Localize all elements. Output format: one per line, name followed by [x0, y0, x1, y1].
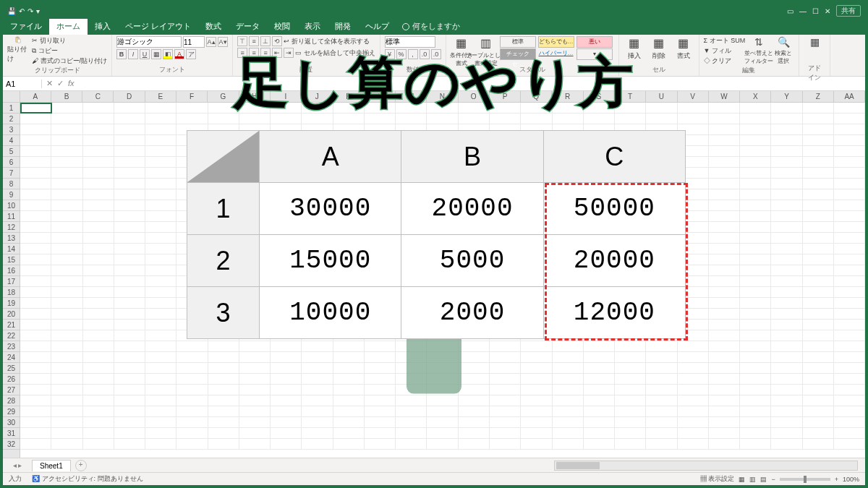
- cell[interactable]: [333, 265, 365, 276]
- cell[interactable]: [553, 363, 584, 374]
- cell-style-bad[interactable]: 悪い: [576, 36, 613, 48]
- row-header[interactable]: 28: [3, 395, 20, 406]
- cell[interactable]: [521, 157, 552, 168]
- cell[interactable]: [490, 254, 521, 265]
- cell[interactable]: [709, 103, 740, 114]
- cell[interactable]: [302, 276, 333, 287]
- cell[interactable]: [803, 189, 834, 200]
- cell[interactable]: [427, 320, 458, 330]
- cell[interactable]: [145, 189, 176, 200]
- cell[interactable]: [803, 309, 834, 320]
- cell[interactable]: [271, 439, 302, 450]
- cell-style-check-cell[interactable]: チェック セ…: [500, 48, 536, 60]
- align-right-button[interactable]: ≡: [260, 48, 271, 58]
- comma-format-button[interactable]: ,: [408, 49, 418, 59]
- cell[interactable]: [678, 103, 709, 114]
- cell[interactable]: [427, 114, 458, 124]
- cell[interactable]: [333, 330, 365, 341]
- cell[interactable]: [427, 276, 458, 287]
- cell[interactable]: [114, 363, 145, 374]
- cell[interactable]: [834, 254, 865, 265]
- cell[interactable]: [114, 103, 145, 114]
- cell[interactable]: [521, 103, 552, 114]
- cell[interactable]: [521, 352, 552, 363]
- italic-button[interactable]: I: [128, 49, 138, 59]
- sort-filter-button[interactable]: ⇅並べ替えと フィルター: [748, 36, 770, 64]
- cell[interactable]: [239, 417, 271, 428]
- cell[interactable]: [771, 417, 802, 428]
- cell[interactable]: [771, 309, 802, 320]
- cell[interactable]: [490, 320, 521, 330]
- cell[interactable]: [803, 233, 834, 244]
- cell[interactable]: [83, 352, 114, 363]
- cell[interactable]: [145, 146, 176, 157]
- cell[interactable]: [803, 320, 834, 330]
- cell[interactable]: [771, 428, 802, 439]
- cell[interactable]: [333, 114, 365, 124]
- cell[interactable]: [396, 276, 427, 287]
- cell[interactable]: [176, 276, 208, 287]
- cell[interactable]: [83, 103, 114, 114]
- cell[interactable]: [459, 276, 490, 287]
- cell[interactable]: [834, 320, 865, 330]
- align-middle-button[interactable]: ≡: [249, 36, 259, 46]
- cell[interactable]: [51, 330, 82, 341]
- cell[interactable]: [114, 211, 145, 222]
- cell[interactable]: [584, 385, 615, 395]
- cell[interactable]: [740, 233, 771, 244]
- cell[interactable]: [427, 157, 458, 168]
- cell[interactable]: [145, 114, 176, 124]
- cell[interactable]: [615, 352, 646, 363]
- cell[interactable]: [239, 200, 271, 211]
- cell[interactable]: [302, 222, 333, 233]
- cell[interactable]: [740, 200, 771, 211]
- cell[interactable]: [176, 385, 208, 395]
- cell[interactable]: [239, 395, 271, 406]
- cell[interactable]: [365, 233, 396, 244]
- close-icon[interactable]: ✕: [825, 7, 830, 15]
- cell[interactable]: [114, 428, 145, 439]
- cell[interactable]: [145, 157, 176, 168]
- cell[interactable]: [302, 287, 333, 298]
- column-header[interactable]: K: [333, 91, 364, 102]
- tab-file[interactable]: ファイル: [3, 18, 49, 35]
- cell[interactable]: [427, 222, 458, 233]
- cell[interactable]: [51, 363, 82, 374]
- cell[interactable]: [740, 244, 771, 254]
- cell[interactable]: [771, 233, 802, 244]
- cell[interactable]: [771, 211, 802, 222]
- cell[interactable]: [459, 265, 490, 276]
- cell[interactable]: [333, 254, 365, 265]
- clear-button[interactable]: ◇ クリア: [704, 56, 746, 66]
- cell[interactable]: [302, 374, 333, 385]
- cell[interactable]: [771, 341, 802, 352]
- cell[interactable]: [396, 287, 427, 298]
- cell[interactable]: [365, 428, 396, 439]
- row-header[interactable]: 23: [3, 341, 20, 352]
- cell[interactable]: [365, 298, 396, 309]
- cell[interactable]: [553, 417, 584, 428]
- redo-icon[interactable]: ↷: [27, 7, 33, 15]
- cell[interactable]: [521, 233, 552, 244]
- cell[interactable]: [646, 200, 677, 211]
- cell[interactable]: [271, 428, 302, 439]
- cell[interactable]: [584, 179, 615, 189]
- cell[interactable]: [365, 330, 396, 341]
- cell[interactable]: [145, 439, 176, 450]
- cell[interactable]: [740, 276, 771, 287]
- row-header[interactable]: 9: [3, 189, 20, 200]
- cell[interactable]: [584, 330, 615, 341]
- cell[interactable]: [646, 385, 677, 395]
- cell[interactable]: [51, 287, 82, 298]
- cell[interactable]: [20, 298, 51, 309]
- tab-view[interactable]: 表示: [297, 18, 328, 35]
- cell[interactable]: [365, 265, 396, 276]
- cell[interactable]: [396, 254, 427, 265]
- cell[interactable]: [271, 114, 302, 124]
- cell[interactable]: [459, 146, 490, 157]
- cell[interactable]: [834, 309, 865, 320]
- cell[interactable]: [396, 146, 427, 157]
- cell[interactable]: [271, 168, 302, 179]
- cell[interactable]: [678, 309, 709, 320]
- cell[interactable]: [834, 211, 865, 222]
